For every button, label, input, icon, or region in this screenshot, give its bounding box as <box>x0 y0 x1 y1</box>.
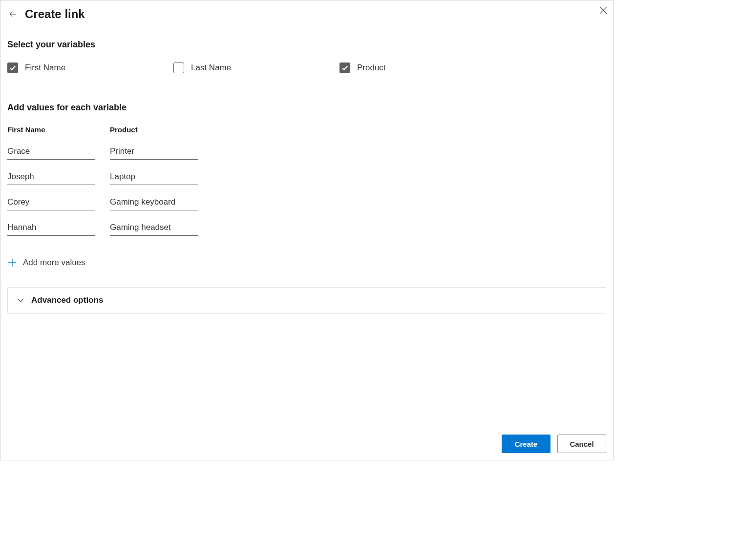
column-header-product: Product <box>110 125 198 143</box>
product-input[interactable] <box>110 168 198 185</box>
variable-label: Last Name <box>191 63 231 73</box>
create-button[interactable]: Create <box>502 435 550 453</box>
check-icon <box>9 64 16 71</box>
values-grid: First Name Product <box>7 125 606 244</box>
advanced-options-toggle[interactable]: Advanced options <box>7 287 606 313</box>
checkbox-product[interactable] <box>339 62 350 73</box>
add-more-values-button[interactable]: Add more values <box>7 258 606 268</box>
variable-label: Product <box>357 63 386 73</box>
variables-row: First Name Last Name Product <box>7 62 606 73</box>
product-input[interactable] <box>110 193 198 210</box>
first-name-input[interactable] <box>7 219 95 236</box>
variable-last-name: Last Name <box>173 62 339 73</box>
chevron-down-icon <box>17 296 24 304</box>
first-name-input[interactable] <box>7 168 95 185</box>
add-values-heading: Add values for each variable <box>7 103 606 113</box>
plus-icon <box>7 258 17 268</box>
add-more-label: Add more values <box>23 258 85 268</box>
dialog-footer: Create Cancel <box>502 435 606 453</box>
first-name-input[interactable] <box>7 193 95 210</box>
variable-label: First Name <box>25 63 65 73</box>
product-input[interactable] <box>110 143 198 160</box>
first-name-input[interactable] <box>7 143 95 160</box>
dialog-header: Create link <box>7 7 606 21</box>
select-variables-heading: Select your variables <box>7 40 606 50</box>
create-link-dialog: Create link Select your variables First … <box>0 0 614 460</box>
product-input[interactable] <box>110 219 198 236</box>
advanced-options-label: Advanced options <box>31 295 103 305</box>
checkbox-last-name[interactable] <box>173 62 184 73</box>
variable-first-name: First Name <box>7 62 173 73</box>
checkbox-first-name[interactable] <box>7 62 18 73</box>
page-title: Create link <box>25 7 85 21</box>
check-icon <box>341 64 348 71</box>
cancel-button[interactable]: Cancel <box>557 435 606 453</box>
variable-product: Product <box>339 62 506 73</box>
back-button[interactable] <box>7 8 19 20</box>
column-header-first-name: First Name <box>7 125 95 143</box>
arrow-left-icon <box>9 10 18 19</box>
